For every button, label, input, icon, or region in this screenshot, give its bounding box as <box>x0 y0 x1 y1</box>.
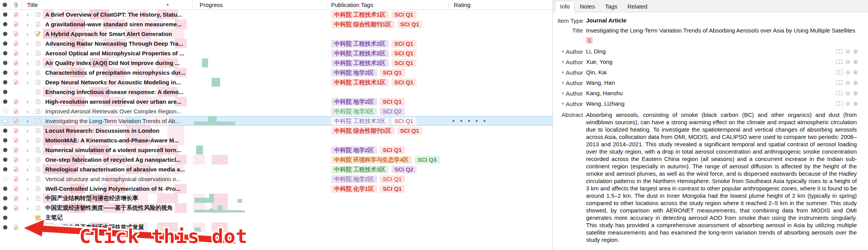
chevron-right-icon[interactable]: › <box>22 126 33 135</box>
read-status-dot[interactable] <box>3 22 7 26</box>
author-name[interactable]: Qin, Kai <box>586 69 607 75</box>
chevron-right-icon[interactable]: › <box>22 174 33 184</box>
rating-dot[interactable] <box>468 120 470 122</box>
read-status-dot[interactable] <box>3 216 7 220</box>
read-status-dot[interactable] <box>3 187 7 191</box>
chevron-right-icon[interactable]: › <box>22 19 33 29</box>
remove-author-icon[interactable]: ⊖ <box>846 59 851 65</box>
read-status-dot[interactable] <box>3 158 7 162</box>
table-row[interactable]: ›A Hybrid Approach for Smart Alert Gener… <box>0 29 552 39</box>
table-row[interactable]: ›中国宏观经济韧性测度——基于系统性风险的视角 <box>0 203 552 213</box>
chevron-right-icon[interactable]: › <box>22 48 33 58</box>
remove-author-icon[interactable]: ⊖ <box>846 69 851 75</box>
read-status-column-header[interactable] <box>0 0 10 9</box>
author-name[interactable]: Xue, Yong <box>586 58 612 65</box>
read-status-dot[interactable] <box>3 177 7 181</box>
switch-field-mode-icon[interactable] <box>836 101 843 106</box>
item-type-value[interactable]: Journal Article <box>586 17 626 24</box>
chevron-right-icon[interactable]: › <box>22 97 33 106</box>
add-author-icon[interactable]: ⊕ <box>853 48 858 54</box>
author-name[interactable]: Wang, Lizhang <box>586 100 625 107</box>
read-status-dot[interactable] <box>3 119 7 123</box>
table-row[interactable]: 主笔记 <box>0 213 552 223</box>
add-author-icon[interactable]: ⊕ <box>853 90 858 96</box>
switch-field-mode-icon[interactable] <box>836 60 843 64</box>
table-row[interactable]: Enhancing infectious disease response: A… <box>0 87 552 97</box>
add-author-icon[interactable]: ⊕ <box>853 80 858 86</box>
chevron-right-icon[interactable]: › <box>22 10 33 19</box>
author-options-chevron-icon[interactable]: ▼ <box>561 92 564 95</box>
read-status-dot[interactable] <box>3 51 7 55</box>
table-row[interactable]: ›Advancing Radar Nowcasting Through Deep… <box>0 39 552 48</box>
tab-related[interactable]: Related <box>622 1 653 12</box>
read-status-dot[interactable] <box>3 196 7 200</box>
rating-dot[interactable] <box>453 120 455 122</box>
table-row[interactable]: ›Vertical structure and microphysical ob… <box>0 174 552 184</box>
table-row[interactable]: ›High-resolution aerosol retrieval over … <box>0 97 552 106</box>
read-status-dot[interactable] <box>3 70 7 75</box>
author-options-chevron-icon[interactable]: ▼ <box>561 81 564 85</box>
chevron-right-icon[interactable]: › <box>22 58 33 68</box>
table-row[interactable]: ›中国产业结构转型与潜在经济增长率 <box>0 193 552 203</box>
author-name[interactable]: Li, Ding <box>586 48 606 55</box>
title-value[interactable]: Investigating the Long-Term Variation Tr… <box>586 27 855 34</box>
read-status-dot[interactable] <box>3 109 7 113</box>
chevron-right-icon[interactable]: › <box>22 155 33 164</box>
switch-field-mode-icon[interactable] <box>836 80 843 85</box>
remove-author-icon[interactable]: ⊖ <box>846 101 851 106</box>
chevron-right-icon[interactable]: › <box>22 203 33 213</box>
read-status-dot[interactable] <box>3 32 7 36</box>
rating-dot[interactable] <box>484 120 485 122</box>
read-status-dot[interactable] <box>3 61 7 65</box>
chevron-right-icon[interactable]: › <box>22 68 33 77</box>
table-row[interactable]: ›Aerosol Optical and Microphysical Prope… <box>0 48 552 58</box>
remove-author-icon[interactable]: ⊖ <box>846 48 851 54</box>
rating-column-header[interactable]: Rating <box>449 0 552 9</box>
table-row[interactable]: ›Well-Controlled Living Polymerization o… <box>0 184 552 193</box>
rating-dot[interactable] <box>476 120 478 122</box>
table-row[interactable]: ›Characteristics of precipitation microp… <box>0 68 552 77</box>
progress-column-header[interactable]: Progress <box>193 0 327 9</box>
table-row[interactable]: ›Rheological characterisation of abrasiv… <box>0 164 552 174</box>
add-author-icon[interactable]: ⊕ <box>853 59 858 65</box>
chevron-right-icon[interactable]: › <box>22 145 33 155</box>
chevron-right-icon[interactable]: › <box>22 116 33 125</box>
rating-dot[interactable] <box>460 120 462 122</box>
table-row[interactable]: ›Numerical simulation of a violent super… <box>0 145 552 155</box>
read-status-dot[interactable] <box>3 41 7 46</box>
tab-tags[interactable]: Tags <box>600 1 622 12</box>
chevron-right-icon[interactable]: › <box>22 39 33 48</box>
author-options-chevron-icon[interactable]: ▼ <box>561 50 564 53</box>
chevron-right-icon[interactable]: › <box>22 106 33 116</box>
chevron-right-icon[interactable]: › <box>22 223 33 232</box>
read-status-dot[interactable] <box>3 12 7 17</box>
author-options-chevron-icon[interactable]: ▼ <box>561 102 564 106</box>
read-status-dot[interactable] <box>3 80 7 84</box>
tab-notes[interactable]: Notes <box>575 1 600 12</box>
table-row[interactable]: ›Locust Research: Discussions in London中… <box>0 126 552 135</box>
table-row[interactable]: ›Air Quality Index (AQI) Did Not Improve… <box>0 58 552 68</box>
switch-field-mode-icon[interactable] <box>836 91 843 95</box>
read-status-dot[interactable] <box>3 99 7 104</box>
author-name[interactable]: Kang, Hanshu <box>586 90 623 96</box>
switch-field-mode-icon[interactable] <box>836 70 843 74</box>
chevron-right-icon[interactable]: › <box>22 29 33 39</box>
read-status-dot[interactable] <box>3 128 7 133</box>
remove-author-icon[interactable]: ⊖ <box>846 90 851 96</box>
table-row[interactable]: ›A gravitational-wave standard siren mea… <box>0 19 552 29</box>
citation-count-badge[interactable]: 1 <box>586 37 593 44</box>
remove-author-icon[interactable]: ⊖ <box>846 80 851 86</box>
read-status-dot[interactable] <box>3 138 7 142</box>
table-row[interactable]: ›Deep Neural Networks for Acoustic Model… <box>0 77 552 87</box>
author-name[interactable]: Wang, Han <box>586 79 615 86</box>
chevron-right-icon[interactable]: › <box>22 77 33 87</box>
chevron-right-icon[interactable]: › <box>22 164 33 174</box>
title-column-header[interactable]: Title ▲ <box>22 0 193 9</box>
table-row[interactable]: ›Improved Aerosol Retrievals Over Comple… <box>0 106 552 116</box>
read-status-dot[interactable] <box>3 225 7 229</box>
table-row[interactable]: ›MotionMAE: A Kinematics-and-Phase-Aware… <box>0 135 552 145</box>
table-row[interactable]: ›Investigating the Long-Term Variation T… <box>0 116 552 126</box>
read-status-dot[interactable] <box>3 206 7 210</box>
read-status-dot[interactable] <box>3 90 7 94</box>
add-author-icon[interactable]: ⊕ <box>853 101 858 106</box>
